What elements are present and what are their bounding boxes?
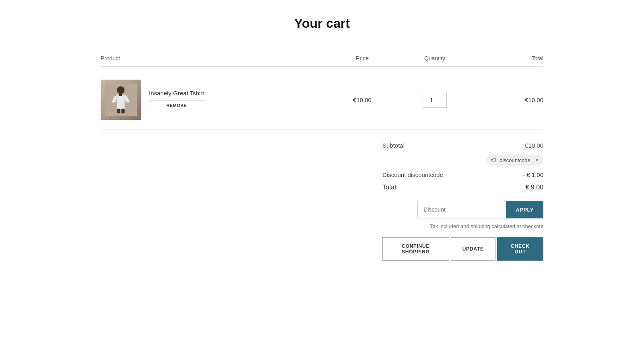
quantity-input[interactable] bbox=[423, 92, 447, 108]
remove-button[interactable]: REMOVE bbox=[149, 101, 204, 110]
update-button[interactable]: UPDATE bbox=[451, 237, 495, 261]
col-header-product: Product bbox=[101, 55, 326, 62]
tax-note: Tax included and shipping calculated at … bbox=[382, 223, 543, 229]
svg-rect-3 bbox=[117, 109, 120, 113]
col-header-total: Total bbox=[471, 55, 543, 62]
item-total: €10,00 bbox=[471, 97, 543, 103]
product-info: Insanely Great Tshirt REMOVE bbox=[149, 90, 204, 110]
subtotal-row: Subtotal €10,00 bbox=[382, 142, 543, 149]
price-cell: €10,00 bbox=[326, 97, 398, 103]
subtotal-value: €10,00 bbox=[511, 142, 543, 149]
continue-shopping-button[interactable]: CONTINUE SHOPPING bbox=[382, 237, 449, 261]
svg-rect-4 bbox=[122, 109, 125, 113]
action-buttons: CONTINUE SHOPPING UPDATE CHECK OUT bbox=[382, 237, 543, 261]
col-header-price: Price bbox=[326, 55, 398, 62]
checkout-button[interactable]: CHECK OUT bbox=[497, 237, 543, 261]
svg-rect-2 bbox=[119, 93, 122, 96]
col-header-quantity: Quantity bbox=[398, 55, 471, 62]
page-container: Your cart Product Price Quantity Total bbox=[93, 0, 551, 285]
cart-summary: Subtotal €10,00 🏷 discountcode × Discoun… bbox=[382, 142, 543, 261]
discount-badge: 🏷 discountcode × bbox=[487, 154, 543, 166]
discount-badge-text: discountcode bbox=[500, 157, 530, 163]
discount-input-row: APPLY bbox=[382, 201, 543, 218]
total-label: Total bbox=[382, 184, 396, 191]
quantity-cell bbox=[398, 92, 471, 108]
svg-point-1 bbox=[117, 86, 124, 94]
apply-button[interactable]: APPLY bbox=[506, 201, 543, 218]
product-image bbox=[101, 80, 141, 120]
product-name: Insanely Great Tshirt bbox=[149, 90, 204, 97]
tag-icon: 🏷 bbox=[491, 157, 496, 163]
discount-input[interactable] bbox=[417, 201, 506, 218]
discount-value: - € 1.00 bbox=[511, 171, 543, 178]
product-cell: Insanely Great Tshirt REMOVE bbox=[101, 80, 326, 120]
discount-label: Discount discountcode bbox=[382, 171, 443, 178]
total-value: € 9.00 bbox=[511, 184, 543, 191]
discount-badge-row: 🏷 discountcode × bbox=[382, 154, 543, 166]
page-title: Your cart bbox=[101, 16, 543, 31]
table-row: Insanely Great Tshirt REMOVE €10,00 €10,… bbox=[101, 70, 543, 130]
discount-row: Discount discountcode - € 1.00 bbox=[382, 171, 543, 178]
cart-table-header: Product Price Quantity Total bbox=[101, 55, 543, 67]
total-row: Total € 9.00 bbox=[382, 184, 543, 191]
remove-discount-button[interactable]: × bbox=[535, 157, 539, 163]
subtotal-label: Subtotal bbox=[382, 142, 405, 149]
